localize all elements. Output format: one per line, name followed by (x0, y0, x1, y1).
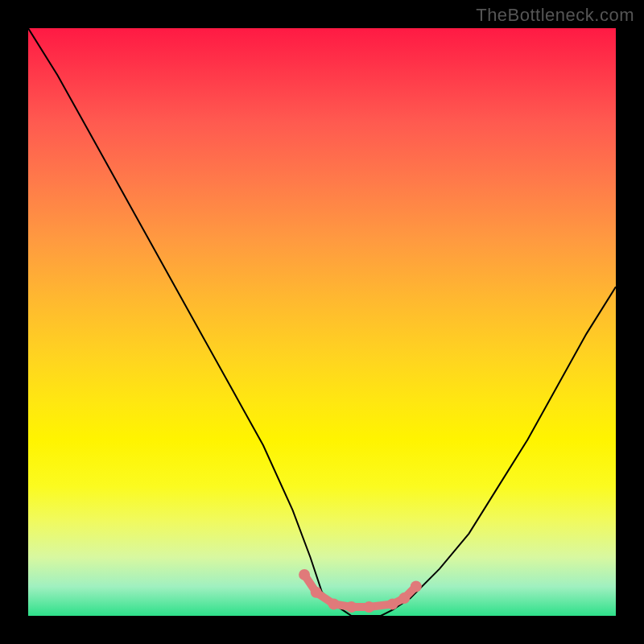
marker-dot (398, 592, 410, 604)
watermark-text: TheBottleneck.com (476, 5, 634, 26)
marker-dot (387, 598, 398, 609)
chart-frame: TheBottleneck.com (0, 0, 644, 644)
plot-svg (28, 28, 616, 616)
marker-dot (346, 601, 357, 613)
marker-dot (311, 587, 322, 598)
plot-area (28, 28, 616, 616)
marker-dot (411, 581, 422, 592)
marker-dot (363, 601, 374, 613)
marker-dot (299, 569, 310, 580)
marker-dot (328, 598, 340, 609)
bottleneck-curve (28, 28, 616, 616)
